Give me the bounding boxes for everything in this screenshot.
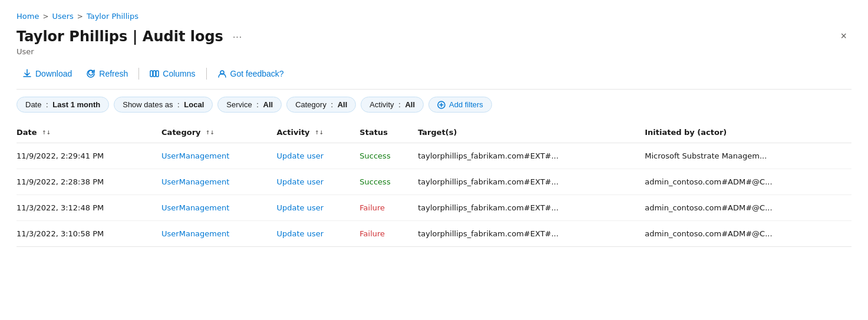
service-filter[interactable]: Service : All [217,97,282,113]
add-filter-icon [437,101,445,109]
cell-targets-2: taylorphillips_fabrikam.com#EXT#... [418,195,645,221]
col-header-category: Category ↑↓ [161,122,276,143]
category-filter-value: All [338,100,348,109]
audit-log-table: Date ↑↓ Category ↑↓ Activity ↑↓ Status T… [16,122,852,247]
cell-status-2: Failure [359,195,418,221]
category-filter-label: Category [295,100,326,109]
feedback-icon [217,69,227,78]
cell-date-3: 11/3/2022, 3:10:58 PM [16,221,161,247]
col-header-initiated-by: Initiated by (actor) [645,122,852,143]
page-title-group: Taylor Phillips | Audit logs ··· User [16,28,836,56]
refresh-icon [86,69,95,78]
table-header-row: Date ↑↓ Category ↑↓ Activity ↑↓ Status T… [16,122,852,143]
page-container: Home > Users > Taylor Phillips Taylor Ph… [0,0,868,259]
date-sort-icon[interactable]: ↑↓ [42,130,51,136]
col-header-targets: Target(s) [418,122,645,143]
cell-initiated-by-2: admin_contoso.com#ADM#@C... [645,195,852,221]
date-filter-value: Last 1 month [52,100,100,109]
col-header-activity: Activity ↑↓ [277,122,360,143]
show-dates-filter-value: Local [184,100,204,109]
svg-rect-2 [156,71,159,77]
table-row[interactable]: 11/3/2022, 3:12:48 PM UserManagement Upd… [16,195,852,221]
col-header-date: Date ↑↓ [16,122,161,143]
close-button[interactable]: × [836,28,852,45]
page-header: Taylor Phillips | Audit logs ··· User × [16,28,852,56]
download-button[interactable]: Download [16,65,78,82]
breadcrumb-sep-1: > [42,12,48,21]
cell-category-3: UserManagement [161,221,276,247]
cell-initiated-by-3: admin_contoso.com#ADM#@C... [645,221,852,247]
table-body: 11/9/2022, 2:29:41 PM UserManagement Upd… [16,143,852,247]
breadcrumb-users[interactable]: Users [52,12,73,21]
add-filters-label: Add filters [449,100,483,109]
category-sort-icon[interactable]: ↑↓ [206,130,214,136]
feedback-button[interactable]: Got feedback? [212,65,290,82]
cell-status-1: Success [359,169,418,195]
svg-rect-0 [150,71,153,77]
filters-row: Date : Last 1 month Show dates as : Loca… [16,97,852,113]
service-filter-value: All [263,100,273,109]
cell-targets-3: taylorphillips_fabrikam.com#EXT#... [418,221,645,247]
toolbar-separator-2 [206,68,207,80]
activity-sort-icon[interactable]: ↑↓ [315,130,324,136]
date-filter[interactable]: Date : Last 1 month [16,97,109,113]
breadcrumb: Home > Users > Taylor Phillips [16,12,852,21]
more-options-button[interactable]: ··· [228,29,247,45]
table-row[interactable]: 11/9/2022, 2:29:41 PM UserManagement Upd… [16,143,852,169]
show-dates-filter-label: Show dates as [123,100,173,109]
cell-date-1: 11/9/2022, 2:28:38 PM [16,169,161,195]
activity-filter-value: All [405,100,415,109]
cell-activity-1: Update user [277,169,360,195]
show-dates-filter[interactable]: Show dates as : Local [114,97,213,113]
date-filter-label: Date [25,100,41,109]
cell-targets-1: taylorphillips_fabrikam.com#EXT#... [418,169,645,195]
category-filter[interactable]: Category : All [286,97,356,113]
page-subtitle: User [16,47,836,56]
toolbar-separator-1 [138,68,139,80]
add-filters-button[interactable]: Add filters [428,97,492,113]
cell-category-1: UserManagement [161,169,276,195]
table-row[interactable]: 11/9/2022, 2:28:38 PM UserManagement Upd… [16,169,852,195]
cell-date-0: 11/9/2022, 2:29:41 PM [16,143,161,169]
cell-category-2: UserManagement [161,195,276,221]
breadcrumb-taylor-phillips[interactable]: Taylor Phillips [87,12,138,21]
download-icon [22,69,32,78]
activity-filter[interactable]: Activity : All [361,97,424,113]
table-header: Date ↑↓ Category ↑↓ Activity ↑↓ Status T… [16,122,852,143]
table-row[interactable]: 11/3/2022, 3:10:58 PM UserManagement Upd… [16,221,852,247]
columns-icon [150,69,159,78]
breadcrumb-home[interactable]: Home [16,12,39,21]
cell-date-2: 11/3/2022, 3:12:48 PM [16,195,161,221]
columns-button[interactable]: Columns [144,65,201,82]
cell-activity-3: Update user [277,221,360,247]
refresh-button[interactable]: Refresh [80,65,134,82]
service-filter-label: Service [226,100,252,109]
cell-initiated-by-1: admin_contoso.com#ADM#@C... [645,169,852,195]
cell-activity-2: Update user [277,195,360,221]
cell-status-3: Failure [359,221,418,247]
activity-filter-label: Activity [369,100,394,109]
cell-activity-0: Update user [277,143,360,169]
col-header-status: Status [359,122,418,143]
page-title: Taylor Phillips | Audit logs [16,28,223,46]
breadcrumb-sep-2: > [77,12,83,21]
svg-rect-1 [153,71,156,77]
cell-initiated-by-0: Microsoft Substrate Managem... [645,143,852,169]
cell-category-0: UserManagement [161,143,276,169]
cell-targets-0: taylorphillips_fabrikam.com#EXT#... [418,143,645,169]
cell-status-0: Success [359,143,418,169]
toolbar: Download Refresh Columns Got feedback? [16,65,852,90]
